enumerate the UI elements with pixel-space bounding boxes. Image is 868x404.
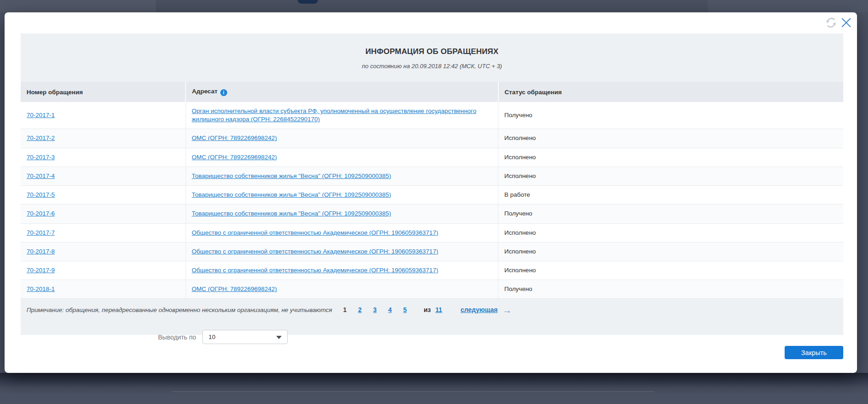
- chevron-down-icon: [276, 336, 282, 339]
- modal-action-icons: [824, 16, 853, 29]
- appeal-number-link[interactable]: 70-2018-1: [27, 285, 55, 292]
- addressee-link[interactable]: Орган исполнительной власти субъекта РФ,…: [192, 108, 476, 123]
- table-row: 70-2017-3 ОМС (ОГРН: 7892269698242) Испо…: [21, 148, 843, 167]
- status-cell: Исполнено: [498, 148, 843, 167]
- page-size-select[interactable]: 10: [202, 330, 288, 344]
- page-title: ИНФОРМАЦИЯ ОБ ОБРАЩЕНИЯХ: [21, 33, 843, 56]
- table-header-row: Номер обращения Адресатi Статус обращени…: [21, 82, 843, 102]
- appeal-number-link[interactable]: 70-2017-8: [27, 248, 55, 255]
- addressee-link[interactable]: Товарищество собственников жилья "Весна"…: [192, 191, 391, 198]
- pagination-of-label: из: [424, 306, 431, 313]
- pagination-last-page-link[interactable]: 11: [436, 306, 442, 313]
- status-cell: В работе: [498, 186, 843, 205]
- appeals-table: Номер обращения Адресатi Статус обращени…: [21, 82, 843, 299]
- appeal-number-link[interactable]: 70-2017-6: [27, 210, 55, 217]
- appeal-number-link[interactable]: 70-2017-2: [27, 135, 55, 141]
- refresh-icon[interactable]: [824, 16, 838, 29]
- modal-content-panel: ИНФОРМАЦИЯ ОБ ОБРАЩЕНИЯХ по состоянию на…: [21, 33, 843, 335]
- status-cell: Исполнено: [498, 223, 843, 242]
- addressee-link[interactable]: ОМС (ОГРН: 7892269698242): [192, 154, 277, 161]
- addressee-link[interactable]: ОМС (ОГРН: 7892269698242): [192, 285, 277, 292]
- column-header-number: Номер обращения: [21, 82, 186, 102]
- dimmed-page-background-bottom: [0, 373, 868, 404]
- addressee-link[interactable]: Товарищество собственников жилья "Весна"…: [192, 172, 391, 179]
- appeal-number-link[interactable]: 70-2017-5: [27, 191, 55, 198]
- page-size-row: Выводить по 10: [158, 330, 843, 344]
- table-row: 70-2017-5 Товарищество собственников жил…: [21, 186, 843, 205]
- status-cell: Получено: [498, 102, 843, 129]
- addressee-link[interactable]: Общество с ограниченной ответственностью…: [192, 267, 438, 274]
- status-cell: Исполнено: [498, 129, 843, 148]
- table-row: 70-2017-1 Орган исполнительной власти су…: [21, 102, 843, 129]
- as-of-timestamp: по состоянию на 20.09.2018 12:42 (МСК, U…: [21, 63, 843, 70]
- table-row: 70-2017-9 Общество с ограниченной ответс…: [21, 261, 843, 280]
- status-cell: Исполнено: [498, 242, 843, 261]
- info-icon[interactable]: i: [220, 89, 227, 96]
- pagination-current-page: 1: [343, 306, 347, 313]
- addressee-link[interactable]: ОМС (ОГРН: 7892269698242): [192, 135, 277, 141]
- appeal-number-link[interactable]: 70-2017-9: [27, 267, 55, 274]
- addressee-link[interactable]: Общество с ограниченной ответственностью…: [192, 229, 438, 236]
- appeal-number-link[interactable]: 70-2017-3: [27, 154, 55, 161]
- dimmed-page-logo-fragment: [298, 0, 318, 4]
- status-cell: Получено: [498, 280, 843, 299]
- close-button[interactable]: Закрыть: [785, 346, 843, 359]
- appeal-number-link[interactable]: 70-2017-4: [27, 172, 55, 179]
- page-size-value: 10: [208, 334, 215, 340]
- table-row: 70-2017-7 Общество с ограниченной ответс…: [21, 223, 843, 242]
- dimmed-page-divider: [172, 391, 655, 392]
- pagination: 1 2 3 4 5 из 11 следующая →: [343, 305, 512, 315]
- status-cell: Получено: [498, 205, 843, 223]
- status-cell: Исполнено: [498, 167, 843, 185]
- addressee-link[interactable]: Товарищество собственников жилья "Весна"…: [192, 210, 391, 217]
- addressee-link[interactable]: Общество с ограниченной ответственностью…: [192, 248, 438, 255]
- page-size-label: Выводить по: [158, 334, 196, 341]
- table-row: 70-2017-6 Товарищество собственников жил…: [21, 205, 843, 223]
- appeal-number-link[interactable]: 70-2017-1: [27, 112, 55, 119]
- table-note: Примечание: обращения, переадресованные …: [27, 307, 332, 313]
- dimmed-page-background-right: [708, 0, 868, 12]
- status-cell: Исполнено: [498, 261, 843, 280]
- pagination-page-5-link[interactable]: 5: [403, 306, 407, 313]
- dimmed-page-background-middle: [156, 0, 708, 12]
- note-and-pagination-row: Примечание: обращения, переадресованные …: [21, 299, 843, 321]
- pagination-page-2-link[interactable]: 2: [358, 306, 362, 313]
- appeal-number-link[interactable]: 70-2017-7: [27, 229, 55, 236]
- table-row: 70-2017-2 ОМС (ОГРН: 7892269698242) Испо…: [21, 129, 843, 148]
- table-row: 70-2017-4 Товарищество собственников жил…: [21, 167, 843, 185]
- column-header-addressee: Адресатi: [186, 82, 498, 102]
- table-row: 70-2017-8 Общество с ограниченной ответс…: [21, 242, 843, 261]
- table-row: 70-2018-1 ОМС (ОГРН: 7892269698242) Полу…: [21, 280, 843, 299]
- pagination-next-link[interactable]: следующая: [460, 306, 497, 313]
- dimmed-page-background-left: [0, 0, 156, 12]
- arrow-right-icon[interactable]: →: [502, 305, 512, 315]
- close-icon[interactable]: [839, 16, 853, 29]
- pagination-page-4-link[interactable]: 4: [388, 306, 392, 313]
- appeals-info-modal: ИНФОРМАЦИЯ ОБ ОБРАЩЕНИЯХ по состоянию на…: [5, 12, 857, 373]
- pagination-page-3-link[interactable]: 3: [373, 306, 377, 313]
- column-header-status: Статус обращения: [498, 82, 843, 102]
